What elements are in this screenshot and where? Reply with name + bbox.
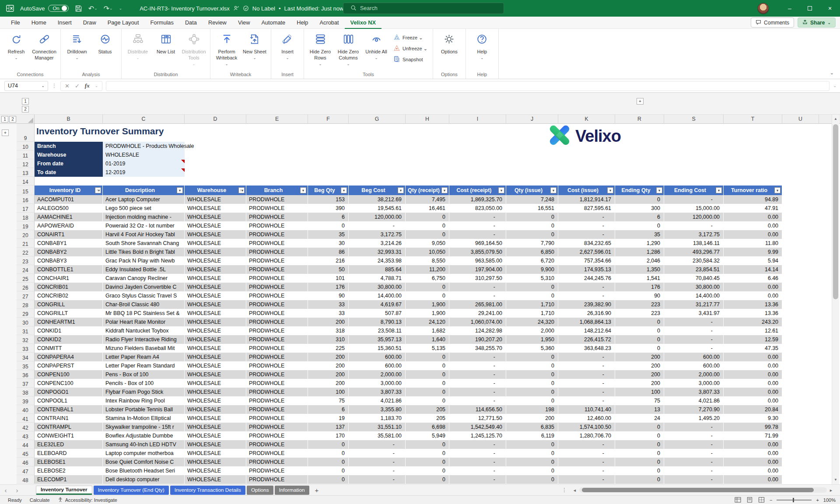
cell-F22[interactable]: 86 (308, 248, 349, 256)
cell-B22[interactable]: CONBABY2 (35, 248, 103, 256)
cell-D35[interactable]: WHOLESALE (185, 361, 246, 370)
cell-K33[interactable]: 363,648.23 (558, 344, 615, 353)
row-header-43[interactable]: 43 (17, 431, 35, 440)
cell-S33[interactable]: - (664, 344, 724, 353)
cell-K16[interactable]: 1,812,914.17 (558, 195, 615, 204)
share-button[interactable]: Share ⌄ (798, 18, 836, 28)
row-header-26[interactable]: 26 (17, 283, 35, 291)
param-label-to-date[interactable]: To date (35, 168, 103, 177)
prev-sheet-button[interactable]: ‹ (0, 486, 11, 494)
cell-K31[interactable]: 148,212.64 (558, 326, 615, 335)
cell-B48[interactable]: ELECOMP1 (35, 475, 103, 484)
cell-E37[interactable]: PRODWHOLE (246, 379, 308, 388)
cell-J38[interactable]: 0 (506, 388, 558, 396)
cell-K29[interactable]: 26,316.90 (558, 309, 615, 318)
cell-H28[interactable]: 1,900 (406, 300, 449, 309)
cell-R30[interactable]: 0 (615, 318, 664, 326)
hide-rows-button[interactable]: Hide Zero Rows⌄ (307, 31, 334, 67)
cell-B39[interactable]: CONPOOL1 (35, 396, 103, 405)
cell-J16[interactable]: 7,248 (506, 195, 558, 204)
cell-F17[interactable]: 390 (308, 204, 349, 213)
cell-H26[interactable]: 0 (406, 283, 449, 291)
cell-E21[interactable]: PRODWHOLE (246, 239, 308, 248)
cell-K46[interactable]: - (558, 458, 615, 466)
cell-T24[interactable]: 14.14 (724, 265, 782, 274)
cell-D23[interactable]: WHOLESALE (185, 256, 246, 265)
freeze-button[interactable]: Freeze ⌄ (391, 32, 430, 43)
cell-G27[interactable]: 14,400.00 (349, 291, 406, 300)
cell-G35[interactable]: 600.00 (349, 361, 406, 370)
cell-H42[interactable]: 6,698 (406, 423, 449, 431)
cell-E22[interactable]: PRODWHOLE (246, 248, 308, 256)
tab-overflow-dots[interactable]: ⋮ (562, 487, 567, 493)
cell-I33[interactable]: 348,255.70 (449, 344, 506, 353)
cell-S29[interactable]: 3,431.97 (664, 309, 724, 318)
cell-E45[interactable]: PRODWHOLE (246, 449, 308, 458)
cell-K41[interactable]: 12,460.00 (558, 414, 615, 423)
cell-R34[interactable]: 200 (615, 353, 664, 361)
cell-G37[interactable]: 3,000.00 (349, 379, 406, 388)
accessibility-status[interactable]: Accessibility: Investigate (58, 497, 117, 503)
cell-G33[interactable]: 15,360.51 (349, 344, 406, 353)
filter-button[interactable]: ▾ (607, 187, 613, 193)
cell-S39[interactable]: 4,021.86 (664, 396, 724, 405)
cell-J18[interactable]: 0 (506, 213, 558, 221)
cell-H25[interactable]: 6,750 (406, 274, 449, 283)
zoom-out-button[interactable]: − (770, 497, 772, 503)
cell-T26[interactable]: 0.00 (724, 283, 782, 291)
cell-K34[interactable]: - (558, 353, 615, 361)
cell-R27[interactable]: 90 (615, 291, 664, 300)
cell-R45[interactable]: 0 (615, 449, 664, 458)
cell-E46[interactable]: PRODWHOLE (246, 458, 308, 466)
cell-F36[interactable]: 200 (308, 370, 349, 379)
filter-button[interactable]: ▾ (716, 187, 722, 193)
cell-B25[interactable]: CONCHAIR1 (35, 274, 103, 283)
cell-G26[interactable]: 30,800.00 (349, 283, 406, 291)
cell-S36[interactable]: 2,000.00 (664, 370, 724, 379)
cell-I16[interactable]: 1,869,325.70 (449, 195, 506, 204)
cell-T20[interactable]: 0.00 (724, 230, 782, 239)
cell-R22[interactable]: 1,286 (615, 248, 664, 256)
cell-S28[interactable]: 31,217.77 (664, 300, 724, 309)
cell-D37[interactable]: WHOLESALE (185, 379, 246, 388)
column-header-E[interactable]: E (246, 115, 308, 124)
cell-C40[interactable]: Lobster Portable Tennis Ball (103, 405, 185, 414)
cell-I17[interactable]: 823,050.00 (449, 204, 506, 213)
cell-C48[interactable]: Dell desktop computer (103, 475, 185, 484)
cell-B27[interactable]: CONCRIB02 (35, 291, 103, 300)
cell-S40[interactable]: 7,270.90 (664, 405, 724, 414)
cell-G47[interactable]: - (349, 466, 406, 475)
row-header-18[interactable]: 18 (17, 213, 35, 221)
cell-R36[interactable]: 200 (615, 370, 664, 379)
comments-button[interactable]: Comments (751, 18, 794, 28)
cell-K37[interactable]: - (558, 379, 615, 388)
cell-S18[interactable]: 120,000.00 (664, 213, 724, 221)
cell-H30[interactable]: 24,120 (406, 318, 449, 326)
filter-button[interactable]: ▾ (341, 187, 347, 193)
cell-J30[interactable]: 24,320 (506, 318, 558, 326)
cell-S42[interactable]: - (664, 423, 724, 431)
cell-R38[interactable]: 100 (615, 388, 664, 396)
cell-I39[interactable]: - (449, 396, 506, 405)
vscroll-up-arrow[interactable]: ▲ (832, 116, 839, 122)
cell-J40[interactable]: 198 (506, 405, 558, 414)
cell-K18[interactable]: - (558, 213, 615, 221)
fx-chevron[interactable]: ⌄ (95, 84, 98, 88)
table-header-ending-qty[interactable]: Ending Qty▾ (615, 186, 664, 195)
row-header-38[interactable]: 38 (17, 388, 35, 396)
redo-button[interactable]: ↷⌄ (104, 4, 113, 13)
row-header-16[interactable]: 16 (17, 195, 35, 204)
cell-T19[interactable]: 0.00 (724, 221, 782, 230)
cell-J47[interactable]: 0 (506, 466, 558, 475)
cell-D46[interactable]: WHOLESALE (185, 458, 246, 466)
cell-E33[interactable]: PRODWHOLE (246, 344, 308, 353)
cell-I36[interactable]: - (449, 370, 506, 379)
cell-B28[interactable]: CONGRILL (35, 300, 103, 309)
cell-B31[interactable]: CONKID1 (35, 326, 103, 335)
cell-K43[interactable]: 1,280,706.70 (558, 431, 615, 440)
cell-T46[interactable]: 0.00 (724, 458, 782, 466)
filter-button[interactable]: ▾ (441, 187, 448, 193)
cell-B36[interactable]: CONPEN100 (35, 370, 103, 379)
cell-I27[interactable]: - (449, 291, 506, 300)
sheet-tab-inventory-turnover-end-qty-[interactable]: Inventory Turnover (End Qty) (94, 486, 169, 495)
